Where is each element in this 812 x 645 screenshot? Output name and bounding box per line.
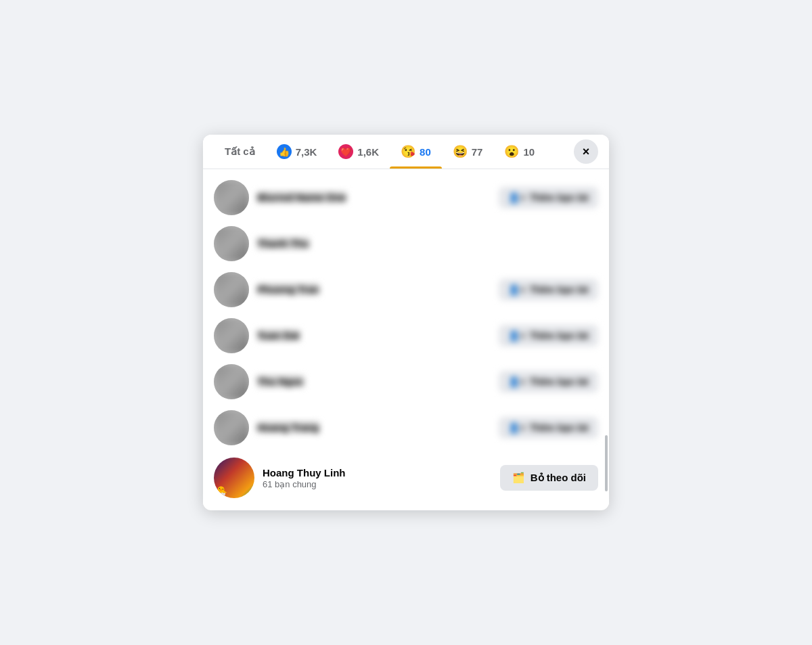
list-item-hoang-thuy-linh: 🐣 Hoang Thuy Linh 61 bạn chung 🗂️ Bỏ the… <box>203 451 609 505</box>
lol-emoji: 😆 <box>453 144 468 159</box>
tab-heart[interactable]: ❤️ 1,6K <box>328 135 390 169</box>
add-friend-label: Thêm bạn bè <box>529 422 589 433</box>
tab-lol-count: 77 <box>472 146 483 158</box>
add-friend-label: Thêm bạn bè <box>529 284 589 295</box>
add-friend-label: Thêm bạn bè <box>529 192 589 203</box>
item-info-hoang-thuy-linh: Hoang Thuy Linh 61 bạn chung <box>263 467 492 489</box>
tab-like[interactable]: 👍 7,3K <box>266 135 328 169</box>
scrollbar-thumb[interactable] <box>605 435 608 491</box>
tab-kiss[interactable]: 😘 80 <box>390 135 442 169</box>
item-name: Thu Ngoc <box>257 376 304 387</box>
unfollow-icon: 🗂️ <box>512 472 525 484</box>
list-item: Phuong Tran 👤+ Thêm bạn bè <box>203 267 609 313</box>
add-friend-icon: 👤+ <box>508 192 525 203</box>
add-friend-button[interactable]: 👤+ Thêm bạn bè <box>499 325 598 347</box>
tab-heart-count: 1,6K <box>357 146 379 158</box>
item-info: Phuong Tran <box>257 284 491 296</box>
item-name: Phuong Tran <box>257 284 319 295</box>
list-item: Hoang Trang 👤+ Thêm bạn bè <box>203 405 609 451</box>
add-friend-icon: 👤+ <box>508 376 525 387</box>
unfollow-button[interactable]: 🗂️ Bỏ theo dõi <box>500 465 598 491</box>
tab-shock-count: 10 <box>523 146 535 158</box>
add-friend-label: Thêm bạn bè <box>529 376 589 387</box>
close-button[interactable]: × <box>574 139 598 164</box>
item-name: Thanh Thu <box>257 238 309 249</box>
item-info: Blurred Name One <box>257 192 491 204</box>
tab-all-label: Tất cả <box>225 146 255 158</box>
item-info: Tuan Dat <box>257 330 491 342</box>
tab-like-count: 7,3K <box>296 146 317 158</box>
item-info: Hoang Trang <box>257 422 491 434</box>
avatar <box>214 272 249 307</box>
kiss-emoji: 😘 <box>401 144 415 159</box>
tab-kiss-count: 80 <box>420 146 431 158</box>
item-name: Blurred Name One <box>257 192 346 203</box>
scrollbar-track[interactable] <box>604 135 609 510</box>
reactions-modal: Tất cả 👍 7,3K ❤️ 1,6K 😘 80 😆 77 😮 10 × <box>203 135 609 510</box>
avatar <box>214 226 249 261</box>
add-friend-icon: 👤+ <box>508 422 525 433</box>
add-friend-button[interactable]: 👤+ Thêm bạn bè <box>499 187 598 208</box>
list-item: Tuan Dat 👤+ Thêm bạn bè <box>203 313 609 359</box>
add-friend-button[interactable]: 👤+ Thêm bạn bè <box>499 371 598 393</box>
item-name: Hoang Trang <box>257 422 319 433</box>
tab-all[interactable]: Tất cả <box>214 136 266 167</box>
hoang-thuy-linh-name: Hoang Thuy Linh <box>263 467 345 479</box>
avatar-hoang-thuy-linh: 🐣 <box>214 458 254 498</box>
avatar <box>214 410 249 445</box>
unfollow-label: Bỏ theo dõi <box>531 472 586 484</box>
heart-icon: ❤️ <box>338 144 353 159</box>
list-item: Thu Ngoc 👤+ Thêm bạn bè <box>203 359 609 405</box>
item-name: Tuan Dat <box>257 330 300 341</box>
tabs-bar: Tất cả 👍 7,3K ❤️ 1,6K 😘 80 😆 77 😮 10 × <box>203 135 609 169</box>
add-friend-button[interactable]: 👤+ Thêm bạn bè <box>499 417 598 439</box>
list-item: Blurred Name One 👤+ Thêm bạn bè <box>203 175 609 221</box>
tab-lol[interactable]: 😆 77 <box>442 135 494 169</box>
item-info: Thu Ngoc <box>257 376 491 388</box>
list-item: Thanh Thu <box>203 221 609 267</box>
avatar <box>214 318 249 353</box>
item-info: Thanh Thu <box>257 238 598 250</box>
add-friend-label: Thêm bạn bè <box>529 330 589 341</box>
like-icon: 👍 <box>277 144 292 159</box>
avatar <box>214 364 249 399</box>
hoang-thuy-linh-mutual: 61 bạn chung <box>263 479 492 489</box>
tab-shock[interactable]: 😮 10 <box>493 135 545 169</box>
avatar-emoji-badge: 🐣 <box>214 485 227 498</box>
shock-emoji: 😮 <box>504 144 519 159</box>
reactions-list: Blurred Name One 👤+ Thêm bạn bè Thanh Th… <box>203 169 609 510</box>
avatar <box>214 180 249 215</box>
add-friend-button[interactable]: 👤+ Thêm bạn bè <box>499 279 598 301</box>
add-friend-icon: 👤+ <box>508 284 525 295</box>
add-friend-icon: 👤+ <box>508 330 525 341</box>
